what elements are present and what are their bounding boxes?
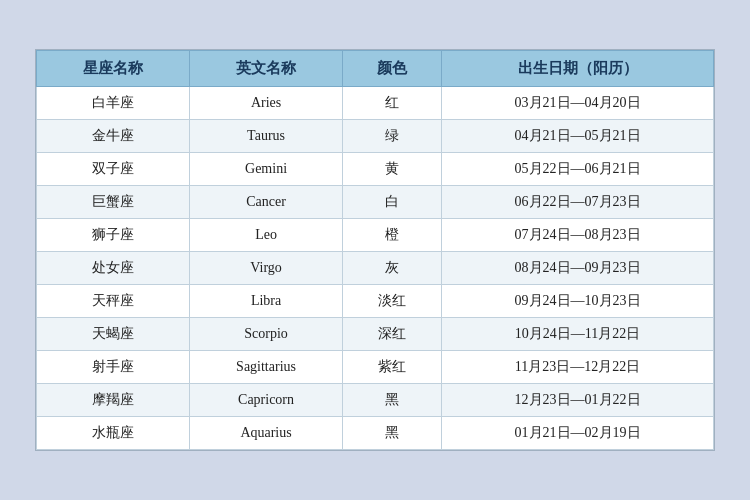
cell-color: 白 xyxy=(343,186,442,219)
header-dates: 出生日期（阳历） xyxy=(442,51,714,87)
table-row: 巨蟹座Cancer白06月22日—07月23日 xyxy=(37,186,714,219)
cell-chinese-name: 处女座 xyxy=(37,252,190,285)
table-row: 狮子座Leo橙07月24日—08月23日 xyxy=(37,219,714,252)
cell-english-name: Gemini xyxy=(190,153,343,186)
table-row: 处女座Virgo灰08月24日—09月23日 xyxy=(37,252,714,285)
cell-dates: 07月24日—08月23日 xyxy=(442,219,714,252)
cell-english-name: Libra xyxy=(190,285,343,318)
cell-english-name: Taurus xyxy=(190,120,343,153)
cell-color: 灰 xyxy=(343,252,442,285)
cell-chinese-name: 巨蟹座 xyxy=(37,186,190,219)
cell-color: 绿 xyxy=(343,120,442,153)
cell-chinese-name: 摩羯座 xyxy=(37,384,190,417)
cell-color: 橙 xyxy=(343,219,442,252)
table-row: 白羊座Aries红03月21日—04月20日 xyxy=(37,87,714,120)
table-row: 金牛座Taurus绿04月21日—05月21日 xyxy=(37,120,714,153)
table-row: 天蝎座Scorpio深红10月24日—11月22日 xyxy=(37,318,714,351)
cell-chinese-name: 白羊座 xyxy=(37,87,190,120)
table-header-row: 星座名称 英文名称 颜色 出生日期（阳历） xyxy=(37,51,714,87)
cell-dates: 09月24日—10月23日 xyxy=(442,285,714,318)
cell-color: 黄 xyxy=(343,153,442,186)
table-row: 双子座Gemini黄05月22日—06月21日 xyxy=(37,153,714,186)
cell-english-name: Aries xyxy=(190,87,343,120)
cell-english-name: Aquarius xyxy=(190,417,343,450)
cell-chinese-name: 金牛座 xyxy=(37,120,190,153)
cell-chinese-name: 狮子座 xyxy=(37,219,190,252)
cell-dates: 03月21日—04月20日 xyxy=(442,87,714,120)
table-row: 射手座Sagittarius紫红11月23日—12月22日 xyxy=(37,351,714,384)
cell-color: 黑 xyxy=(343,384,442,417)
cell-english-name: Sagittarius xyxy=(190,351,343,384)
cell-chinese-name: 双子座 xyxy=(37,153,190,186)
cell-color: 淡红 xyxy=(343,285,442,318)
header-color: 颜色 xyxy=(343,51,442,87)
header-chinese-name: 星座名称 xyxy=(37,51,190,87)
header-english-name: 英文名称 xyxy=(190,51,343,87)
table-row: 摩羯座Capricorn黑12月23日—01月22日 xyxy=(37,384,714,417)
cell-chinese-name: 天秤座 xyxy=(37,285,190,318)
cell-english-name: Cancer xyxy=(190,186,343,219)
cell-dates: 01月21日—02月19日 xyxy=(442,417,714,450)
cell-dates: 06月22日—07月23日 xyxy=(442,186,714,219)
cell-english-name: Scorpio xyxy=(190,318,343,351)
cell-color: 紫红 xyxy=(343,351,442,384)
cell-chinese-name: 射手座 xyxy=(37,351,190,384)
cell-dates: 05月22日—06月21日 xyxy=(442,153,714,186)
cell-color: 深红 xyxy=(343,318,442,351)
zodiac-table: 星座名称 英文名称 颜色 出生日期（阳历） 白羊座Aries红03月21日—04… xyxy=(36,50,714,450)
cell-dates: 08月24日—09月23日 xyxy=(442,252,714,285)
cell-english-name: Capricorn xyxy=(190,384,343,417)
table-row: 天秤座Libra淡红09月24日—10月23日 xyxy=(37,285,714,318)
zodiac-table-container: 星座名称 英文名称 颜色 出生日期（阳历） 白羊座Aries红03月21日—04… xyxy=(35,49,715,451)
cell-english-name: Virgo xyxy=(190,252,343,285)
cell-dates: 12月23日—01月22日 xyxy=(442,384,714,417)
cell-dates: 10月24日—11月22日 xyxy=(442,318,714,351)
cell-dates: 11月23日—12月22日 xyxy=(442,351,714,384)
cell-english-name: Leo xyxy=(190,219,343,252)
table-row: 水瓶座Aquarius黑01月21日—02月19日 xyxy=(37,417,714,450)
cell-chinese-name: 天蝎座 xyxy=(37,318,190,351)
cell-color: 红 xyxy=(343,87,442,120)
cell-dates: 04月21日—05月21日 xyxy=(442,120,714,153)
cell-chinese-name: 水瓶座 xyxy=(37,417,190,450)
cell-color: 黑 xyxy=(343,417,442,450)
